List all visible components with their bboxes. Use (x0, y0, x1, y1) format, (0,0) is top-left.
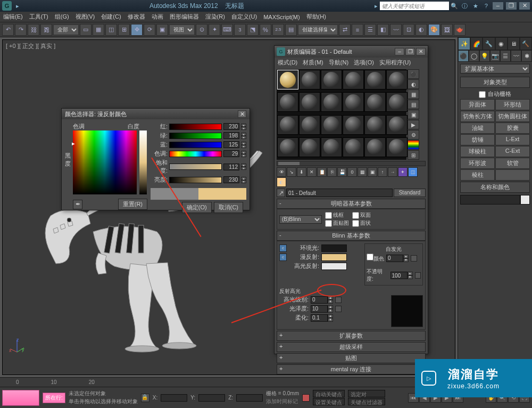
lock-selection-button[interactable]: 🔒 (141, 394, 149, 402)
menu-maxscript[interactable]: MAXScript(M) (263, 14, 300, 20)
material-type-button[interactable]: Standard (394, 189, 426, 197)
create-systems[interactable]: ✱ (521, 50, 532, 62)
sample-slot-8[interactable] (321, 92, 342, 112)
material-editor-button[interactable]: ◐ (415, 24, 427, 36)
whiteness-slider[interactable] (139, 130, 147, 194)
obj-type-12[interactable]: 棱柱 (460, 169, 495, 181)
opacity-spinner[interactable] (390, 272, 408, 279)
make-preview-button[interactable]: ▶ (408, 120, 419, 129)
sample-slot-4[interactable] (364, 70, 386, 89)
blue-slider[interactable] (169, 142, 222, 148)
color-picker-close[interactable]: ✕ (238, 110, 246, 118)
layer-button[interactable]: ☰ (364, 24, 376, 36)
mat-menu-nav[interactable]: 导航(N) (329, 59, 348, 67)
ambient-swatch[interactable] (321, 244, 347, 252)
category-dropdown[interactable]: 扩展基本体 (460, 64, 530, 74)
pick-button[interactable]: ✦ (398, 167, 408, 177)
set-key-mode-button[interactable]: 设置关键点 (313, 398, 345, 405)
ext-rollout-header[interactable]: 扩展参数 (277, 331, 426, 341)
obj-type-5[interactable]: 胶囊 (495, 123, 530, 134)
script-listener[interactable] (2, 390, 39, 406)
menu-modifiers[interactable]: 修改器 (128, 13, 145, 21)
align-button[interactable]: ≡ (352, 24, 363, 36)
edit-named-sel-button[interactable]: ▤ (285, 24, 297, 36)
sample-slot-11[interactable] (386, 92, 408, 112)
shader-rollout-header[interactable]: 明暗器基本参数 (277, 199, 426, 209)
get-material-button[interactable]: 👁 (277, 167, 286, 177)
maps-rollout-header[interactable]: 贴图 (277, 353, 426, 363)
soften-spinner[interactable] (311, 314, 328, 322)
cmd-tab-create[interactable]: ✨ (458, 37, 470, 50)
background-button[interactable]: ▦ (408, 89, 419, 99)
object-color-swatch[interactable] (520, 195, 530, 205)
val-value[interactable] (223, 176, 239, 183)
show-in-vp-button[interactable]: ▦ (358, 167, 367, 177)
sample-slot-7[interactable] (299, 92, 320, 112)
obj-type-4[interactable]: 油罐 (460, 123, 495, 134)
obj-type-11[interactable]: 软管 (495, 158, 530, 169)
mr-rollout-header[interactable]: mental ray 连接 (277, 364, 426, 374)
video-check-button[interactable]: ▣ (408, 110, 419, 119)
mat-maximize[interactable]: ❐ (405, 48, 415, 55)
selection-filter[interactable]: 全部 (53, 25, 79, 35)
z-field[interactable] (236, 394, 263, 402)
options-button[interactable]: ⚙ (408, 130, 419, 140)
cmd-tab-modify[interactable]: 🌈 (470, 37, 483, 50)
misc-button[interactable]: ◐ (277, 177, 286, 187)
create-spacewarps[interactable]: 〰 (511, 50, 521, 62)
sample-slot-16[interactable] (364, 115, 386, 135)
sample-slot-23[interactable] (386, 137, 408, 157)
reset-button[interactable]: 重置(R) (118, 199, 147, 210)
self-map-button[interactable] (411, 255, 417, 262)
cancel-button[interactable]: 取消(C) (214, 202, 243, 213)
select-rotate-button[interactable]: ⟳ (144, 24, 155, 36)
sat-slider[interactable] (169, 164, 222, 170)
create-shapes[interactable]: ◯ (469, 50, 479, 62)
sample-slot-21[interactable] (343, 137, 364, 157)
show-end-button[interactable]: ▣ (368, 167, 377, 177)
obj-type-13[interactable] (495, 169, 530, 181)
render-frame-button[interactable]: 🖼 (441, 24, 453, 36)
green-value[interactable] (223, 132, 239, 139)
faceted-checkbox[interactable]: 面状 (352, 219, 371, 227)
menu-help[interactable]: 帮助(H) (306, 13, 326, 21)
obj-type-6[interactable]: 纺锤 (460, 134, 495, 145)
sample-slot-18[interactable] (277, 137, 298, 157)
mat-id-button[interactable]: 0 (347, 167, 357, 177)
gloss-spinner[interactable] (311, 305, 328, 313)
sample-slot-1[interactable] (299, 70, 320, 89)
mat-menu-mode[interactable]: 模式(D) (278, 59, 297, 67)
auto-key-button[interactable]: 自动关键点 (313, 390, 345, 397)
obj-type-3[interactable]: 切角圆柱体 (495, 111, 530, 122)
window-restore[interactable]: ❐ (506, 2, 517, 10)
sample-scrollbar[interactable] (277, 161, 426, 166)
undo-button[interactable]: ↶ (2, 24, 14, 36)
ref-coord-system[interactable]: 视图 (169, 25, 195, 35)
self-color-checkbox[interactable]: 颜色 (367, 254, 384, 263)
sample-slot-20[interactable] (321, 137, 342, 157)
backlight-button[interactable]: ◐ (408, 79, 419, 89)
x-field[interactable] (161, 394, 187, 402)
select-name-button[interactable]: ▦ (93, 24, 104, 36)
mat-minimize[interactable]: – (395, 48, 404, 55)
put-to-scene-button[interactable]: ↘ (287, 167, 296, 177)
render-button[interactable]: 🫖 (454, 24, 466, 36)
cmd-tab-hierarchy[interactable]: 🔧 (483, 37, 495, 50)
go-forward-button[interactable]: → (388, 167, 397, 177)
create-geometry[interactable]: ⚫ (458, 50, 469, 62)
sample-slot-3[interactable] (343, 70, 364, 89)
schematic-button[interactable]: ⊡ (403, 24, 414, 36)
sample-slot-2[interactable] (321, 70, 342, 89)
shader-dropdown[interactable]: (B)Blinn (279, 215, 322, 224)
sample-slot-19[interactable] (299, 137, 320, 157)
self-illum-spinner[interactable] (386, 255, 403, 262)
mat-close[interactable]: ✕ (416, 48, 426, 55)
render-setup-button[interactable]: 🎨 (428, 24, 440, 36)
obj-type-8[interactable]: 球棱柱 (460, 146, 495, 157)
hue-slider[interactable] (169, 151, 222, 157)
sat-value[interactable] (223, 164, 239, 170)
cmd-tab-utilities[interactable]: 🔨 (520, 37, 532, 50)
sample-slot-13[interactable] (299, 115, 320, 135)
select-scale-button[interactable]: ▣ (156, 24, 168, 36)
manipulate-button[interactable]: ✦ (209, 24, 220, 36)
